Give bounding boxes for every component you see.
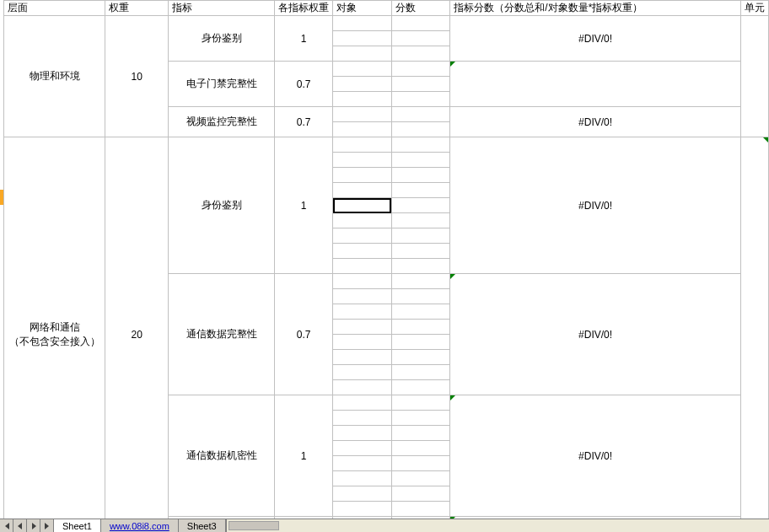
object-cell[interactable] [333,365,392,380]
tab-nav-last-button[interactable] [40,519,54,532]
object-cell[interactable] [333,259,392,274]
score-cell[interactable] [391,62,450,77]
header-unit[interactable]: 单元 [740,1,768,16]
object-cell[interactable] [333,304,392,320]
indicator-cell[interactable]: 视频监控完整性 [169,107,275,137]
score-cell[interactable] [391,31,450,46]
object-cell[interactable] [333,16,392,31]
score-cell[interactable] [391,380,450,395]
tab-nav-prev-button[interactable] [13,519,27,532]
indicator-score-cell[interactable]: #DIV/0! [450,137,741,274]
weight-cell[interactable]: 20 [105,137,169,519]
object-cell[interactable] [333,320,392,335]
object-cell[interactable] [333,411,392,426]
header-indicator-weight[interactable]: 各指标权重 [275,1,333,16]
score-cell[interactable] [391,77,450,92]
score-cell[interactable] [391,168,450,183]
object-cell[interactable] [333,502,392,517]
object-cell[interactable] [333,137,392,153]
score-cell[interactable] [391,502,450,517]
unit-cell[interactable] [740,137,768,519]
score-cell[interactable] [391,183,450,198]
horizontal-scrollbar[interactable] [226,519,769,532]
indicator-cell[interactable]: 电子门禁完整性 [169,62,275,107]
sheet-tab-sheet3[interactable]: Sheet3 [179,519,226,532]
score-cell[interactable] [391,198,450,213]
indicator-weight-cell[interactable]: 1 [275,137,333,274]
score-cell[interactable] [391,411,450,426]
object-cell[interactable] [333,335,392,350]
score-cell[interactable] [391,46,450,62]
header-object[interactable]: 对象 [333,1,392,16]
object-cell[interactable] [333,395,392,411]
object-cell[interactable] [333,228,392,244]
weight-cell[interactable]: 10 [105,16,169,137]
score-cell[interactable] [391,122,450,137]
score-cell[interactable] [391,471,450,486]
header-indicator[interactable]: 指标 [169,1,275,16]
score-cell[interactable] [391,350,450,365]
score-cell[interactable] [391,365,450,380]
indicator-cell[interactable]: 身份鉴别 [169,16,275,62]
score-cell[interactable] [391,228,450,244]
header-score[interactable]: 分数 [391,1,450,16]
object-cell[interactable] [333,46,392,62]
score-cell[interactable] [391,259,450,274]
object-cell[interactable] [333,456,392,471]
score-cell[interactable] [391,486,450,502]
sheet-tab-sheet1[interactable]: Sheet1 [54,519,101,532]
indicator-score-cell[interactable]: #DIV/0! [450,395,741,517]
indicator-cell[interactable]: 身份鉴别 [169,137,275,274]
score-cell[interactable] [391,289,450,304]
score-cell[interactable] [391,244,450,259]
object-cell[interactable] [333,198,392,213]
indicator-cell[interactable]: 通信数据完整性 [169,274,275,395]
object-cell[interactable] [333,183,392,198]
object-cell[interactable] [333,31,392,46]
indicator-score-cell[interactable]: #DIV/0! [450,107,741,137]
score-cell[interactable] [391,137,450,153]
object-cell[interactable] [333,471,392,486]
score-cell[interactable] [391,153,450,168]
score-cell[interactable] [391,335,450,350]
object-cell[interactable] [333,62,392,77]
indicator-cell[interactable]: 通信数据机密性 [169,395,275,517]
object-cell[interactable] [333,92,392,107]
score-cell[interactable] [391,107,450,122]
score-cell[interactable] [391,426,450,441]
object-cell[interactable] [333,153,392,168]
indicator-weight-cell[interactable]: 0.7 [275,107,333,137]
object-cell[interactable] [333,213,392,228]
object-cell[interactable] [333,380,392,395]
object-cell[interactable] [333,107,392,122]
layer-cell[interactable]: 网络和通信 （不包含安全接入） [4,137,105,519]
score-cell[interactable] [391,456,450,471]
header-indicator-score[interactable]: 指标分数（分数总和/对象数量*指标权重） [450,1,741,16]
scroll-thumb[interactable] [229,521,279,530]
score-cell[interactable] [391,395,450,411]
object-cell[interactable] [333,244,392,259]
score-cell[interactable] [391,213,450,228]
score-cell[interactable] [391,274,450,289]
header-layer[interactable]: 层面 [4,1,105,16]
object-cell[interactable] [333,486,392,502]
unit-cell[interactable] [740,16,768,137]
object-cell[interactable] [333,122,392,137]
object-cell[interactable] [333,77,392,92]
score-cell[interactable] [391,92,450,107]
tab-nav-first-button[interactable] [0,519,13,532]
layer-cell[interactable]: 物理和环境 [4,16,105,137]
score-cell[interactable] [391,304,450,320]
tab-nav-next-button[interactable] [27,519,40,532]
object-cell[interactable] [333,441,392,456]
indicator-score-cell[interactable]: #DIV/0! [450,274,741,395]
object-cell[interactable] [333,426,392,441]
score-cell[interactable] [391,16,450,31]
sheet-tab-link[interactable]: www.08i8.com [101,519,179,532]
object-cell[interactable] [333,168,392,183]
object-cell[interactable] [333,289,392,304]
indicator-score-cell[interactable]: #DIV/0! [450,16,741,62]
data-grid[interactable]: 层面 权重 指标 各指标权重 对象 分数 指标分数（分数总和/对象数量*指标权重… [3,0,769,519]
object-cell[interactable] [333,350,392,365]
score-cell[interactable] [391,320,450,335]
